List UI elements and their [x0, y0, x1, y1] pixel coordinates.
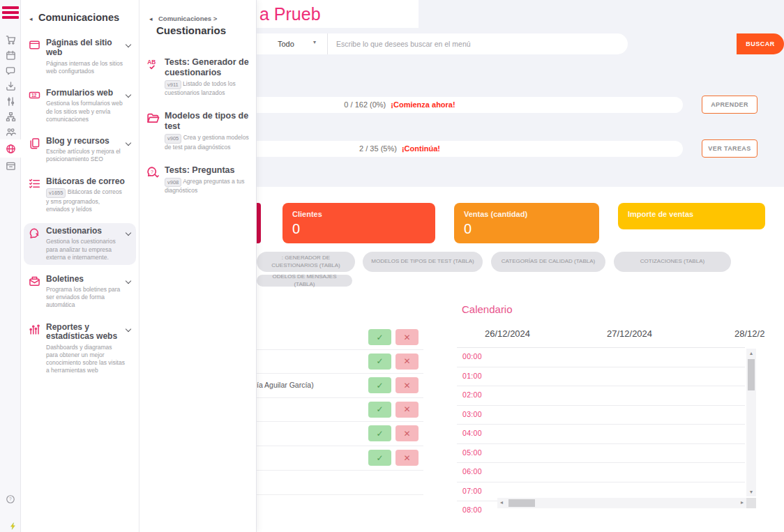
hamburger-menu-icon[interactable] — [2, 6, 19, 21]
sidebar-item-cuestionarios[interactable]: Cuestionarios Gestiona los cuestionarios… — [24, 223, 136, 265]
calendar-row[interactable]: 06:00 — [457, 463, 745, 482]
progress-text: 0 / 162 (0%) ¡Comienza ahora! — [257, 97, 543, 113]
reject-button[interactable]: ✕ — [395, 354, 419, 370]
checklist-icon — [29, 178, 40, 192]
main-content: a Prueb Todo ▾ BUSCAR 0 / 162 (0%) ¡Comi… — [257, 0, 784, 532]
ver-tareas-button[interactable]: VER TAREAS — [702, 139, 757, 158]
horizontal-scroll-thumb[interactable] — [508, 499, 535, 507]
submenu-item-tests-preguntas[interactable]: ? Tests: Preguntas v908 Agrega preguntas… — [140, 165, 256, 208]
chevron-down-icon — [126, 42, 131, 47]
approve-button[interactable]: ✓ — [368, 329, 391, 345]
sidebar-item-desc: Páginas internas de los sitios web confi… — [46, 60, 125, 75]
reject-button[interactable]: ✕ — [395, 377, 419, 393]
chevron-down-icon — [126, 91, 131, 97]
sidebar-item-bitacoras-de-correo[interactable]: Bitácoras de correo v1655 Bitácoras de c… — [24, 174, 136, 217]
chip-cotizaciones-tabla[interactable]: COTIZACIONES (TABLA) — [614, 252, 731, 272]
calendar-title: Calendario — [462, 303, 513, 315]
kpi-value: 0 — [454, 218, 599, 237]
buscar-button[interactable]: BUSCAR — [737, 33, 784, 54]
calendar-time-label: 06:00 — [457, 463, 482, 476]
back-icon[interactable]: ◂ — [149, 15, 153, 22]
kpi-card-importe-de-ventas: Importe de ventas — [618, 203, 765, 229]
chip-categorias-calidad-tabla[interactable]: CATEGORÍAS DE CALIDAD (TABLA) — [491, 252, 605, 272]
search-input[interactable] — [328, 40, 628, 48]
sidebar-item-formularios-web[interactable]: 12 Formularios web Gestiona los formular… — [24, 85, 136, 127]
archive-icon[interactable] — [0, 158, 21, 173]
calendar-time-label: 00:00 — [457, 348, 482, 360]
svg-text:?: ? — [151, 169, 153, 174]
scroll-up-icon[interactable]: ▴ — [746, 350, 756, 356]
task-row: ✓ ✕ — [257, 422, 423, 446]
progress-bar-learning: 0 / 162 (0%) ¡Comienza ahora! — [257, 97, 683, 113]
chat-icon[interactable] — [0, 63, 21, 78]
chip-modelos-tipos-test-tabla[interactable]: MODELOS DE TIPOS DE TEST (TABLA) — [363, 252, 483, 272]
task-text: ía Aguilar García) — [257, 381, 363, 389]
approve-button[interactable]: ✓ — [368, 377, 391, 393]
calendar-row[interactable]: 01:00 — [457, 367, 745, 387]
sidebar-item-reportes-y-estadisticas[interactable]: Reportes y estadísticas webs Dashboards … — [24, 319, 136, 379]
scroll-down-icon[interactable]: ▾ — [746, 489, 756, 495]
sitemap-icon[interactable] — [0, 109, 21, 124]
vertical-scroll-thumb[interactable] — [748, 359, 755, 390]
stats-icon — [29, 324, 40, 338]
reject-button[interactable]: ✕ — [395, 402, 419, 418]
search-filter-dropdown[interactable]: Todo ▾ — [257, 33, 328, 54]
scroll-right-icon[interactable]: ▸ — [741, 499, 744, 506]
chip-generador-cuestionarios-tabla[interactable]: : GENERADOR DE CUESTIONARIOS (TABLA) — [257, 252, 355, 272]
chevron-down-icon — [126, 326, 131, 331]
chip-modelos-mensajes-tabla[interactable]: ODELOS DE MENSAJES (TABLA) — [257, 275, 352, 287]
calendar-icon[interactable] — [0, 47, 21, 63]
progress-cta: ¡Continúa! — [402, 144, 440, 153]
task-table-divider — [257, 494, 423, 495]
sidebar-item-title: Blog y recursos — [46, 137, 125, 146]
calendar-row[interactable]: 05:00 — [457, 444, 745, 464]
reject-button[interactable]: ✕ — [395, 425, 419, 441]
calendar-row[interactable]: 03:00 — [457, 406, 745, 425]
chat-question-icon: ? — [146, 166, 160, 182]
help-icon[interactable]: ? — [0, 494, 21, 504]
calendar-grid: 00:00 01:00 02:00 03:00 04:00 05:00 06:0… — [457, 347, 745, 512]
back-icon[interactable]: ◂ — [29, 15, 33, 22]
reject-button[interactable]: ✕ — [395, 329, 419, 345]
calendar-vertical-scrollbar[interactable]: ▴ ▾ — [746, 349, 756, 496]
sidebar-item-blog-y-recursos[interactable]: Blog y recursos Escribe artículos y mejo… — [24, 133, 136, 167]
submenu-item-title: Modelos de tipos de test — [165, 111, 249, 132]
kpi-label: Ventas (cantidad) — [454, 203, 599, 218]
submenu-header[interactable]: ◂ Comunicaciones > Cuestionarios — [140, 11, 256, 57]
app: ? ◂ Comunicaciones Páginas del sitio web… — [0, 0, 784, 532]
progress-count: 2 / 35 (5%) — [359, 144, 397, 153]
approve-button[interactable]: ✓ — [368, 354, 391, 370]
cart-icon[interactable] — [0, 32, 21, 47]
approve-button[interactable]: ✓ — [368, 450, 391, 466]
calendar-row[interactable]: 02:00 — [457, 386, 745, 406]
calendar-time-label: 07:00 — [457, 482, 482, 495]
reject-button[interactable]: ✕ — [395, 450, 419, 466]
sliders-icon[interactable] — [0, 93, 21, 109]
approve-button[interactable]: ✓ — [368, 425, 391, 441]
aprender-button[interactable]: APRENDER — [702, 96, 757, 114]
submenu-item-tests-generador[interactable]: AB Tests: Generador de cuestionarios v91… — [140, 57, 256, 111]
sidebar-item-paginas-del-sitio-web[interactable]: Páginas del sitio web Páginas internas d… — [24, 35, 136, 79]
scroll-left-icon[interactable]: ◂ — [500, 499, 503, 506]
approve-button[interactable]: ✓ — [368, 402, 391, 418]
calendar-row[interactable]: 04:00 — [457, 425, 745, 444]
sidebar-item-desc: Gestiona los cuestionarios para analizar… — [46, 238, 125, 261]
chevron-down-icon — [126, 139, 131, 145]
submenu-item-title: Tests: Preguntas — [165, 165, 249, 176]
sidebar-item-desc: Programa los boletines para ser enviados… — [46, 286, 125, 309]
globe-icon[interactable] — [0, 139, 21, 158]
task-row: ía Aguilar García) ✓ ✕ — [257, 374, 423, 398]
kpi-card-clientes: Clientes 0 — [282, 203, 435, 243]
task-row: ✓ ✕ — [257, 398, 423, 423]
calendar-horizontal-scrollbar[interactable]: ◂ ▸ — [497, 498, 746, 508]
submenu-item-modelos-tipos-test[interactable]: Modelos de tipos de test v905 Crea y ges… — [140, 111, 256, 165]
team-icon[interactable] — [0, 124, 21, 139]
sidebar-item-desc: Dashboards y diagramas para obtener un m… — [46, 344, 125, 374]
task-row: ✓ ✕ — [257, 350, 423, 374]
sidebar-item-boletines[interactable]: Boletines Programa los boletines para se… — [24, 271, 136, 313]
progress-bar-tasks: 2 / 35 (5%) ¡Continúa! — [257, 141, 683, 157]
sidebar-header[interactable]: ◂ Comunicaciones — [21, 8, 139, 35]
calendar-row[interactable]: 00:00 — [457, 348, 745, 367]
download-icon[interactable] — [0, 78, 21, 93]
submenu-item-desc: v905 Crea y gestiona modelos de test par… — [165, 134, 249, 151]
